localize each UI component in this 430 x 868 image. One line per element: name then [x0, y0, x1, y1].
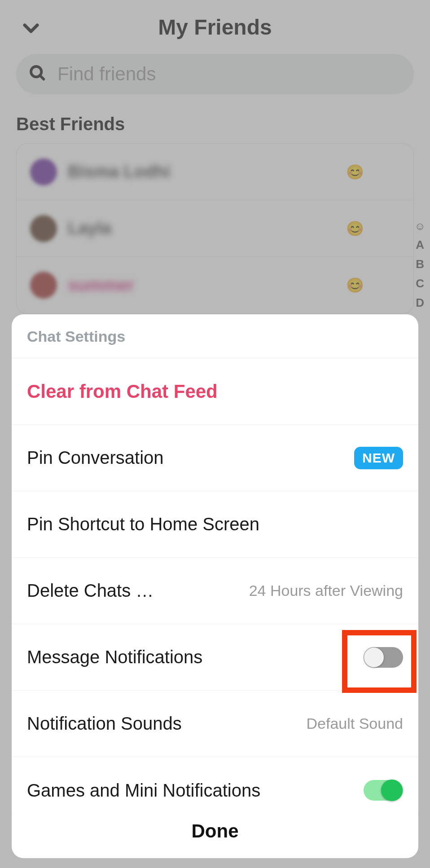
notification-sounds-row[interactable]: Notification Sounds Default Sound — [12, 691, 418, 757]
chat-settings-sheet: Chat Settings Clear from Chat Feed Pin C… — [12, 314, 418, 824]
games-notifications-toggle[interactable] — [364, 780, 403, 801]
pin-conversation-label: Pin Conversation — [27, 448, 354, 468]
clear-from-chat-feed-label: Clear from Chat Feed — [27, 381, 403, 402]
message-notifications-row: Message Notifications — [12, 624, 418, 691]
pin-conversation-row[interactable]: Pin Conversation NEW — [12, 425, 418, 491]
sheet-title: Chat Settings — [12, 314, 418, 358]
message-notifications-toggle[interactable] — [364, 647, 403, 668]
games-notifications-label: Games and Mini Notifications — [27, 780, 364, 801]
notification-sounds-value: Default Sound — [307, 715, 404, 732]
new-badge: NEW — [354, 447, 403, 469]
message-notifications-label: Message Notifications — [27, 647, 364, 667]
delete-chats-label: Delete Chats … — [27, 581, 249, 601]
notification-sounds-label: Notification Sounds — [27, 714, 307, 734]
pin-shortcut-row[interactable]: Pin Shortcut to Home Screen — [12, 491, 418, 558]
clear-from-chat-feed-row[interactable]: Clear from Chat Feed — [12, 358, 418, 425]
done-label: Done — [192, 820, 239, 842]
delete-chats-value: 24 Hours after Viewing — [249, 582, 403, 599]
delete-chats-row[interactable]: Delete Chats … 24 Hours after Viewing — [12, 558, 418, 624]
pin-shortcut-label: Pin Shortcut to Home Screen — [27, 514, 403, 534]
done-button[interactable]: Done — [12, 804, 418, 858]
